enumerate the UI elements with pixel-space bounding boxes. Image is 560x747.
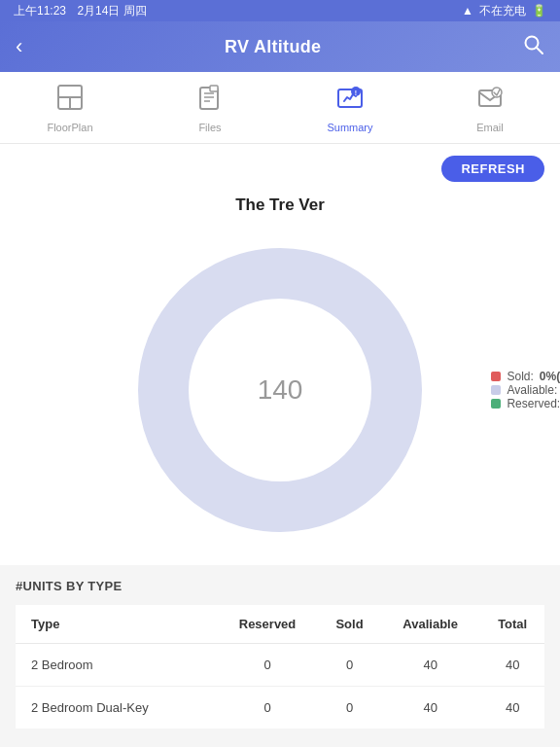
svg-rect-9 [210,86,218,91]
search-button[interactable] [523,34,544,60]
cell-sold: 0 [319,687,380,729]
back-button[interactable]: ‹ [16,34,22,59]
reserved-dot [491,399,501,409]
col-available: Avaliable [380,605,480,644]
refresh-row: REFRESH [0,144,560,186]
summary-label: Summary [327,122,372,133]
email-label: Email [476,122,504,133]
legend-reserved: Reserved: 0%(0) [491,397,560,410]
donut-chart: 140 [124,234,436,546]
legend-available-label: Avaliable: [507,383,557,397]
cell-sold: 0 [319,644,380,687]
header-title: RV Altitude [225,37,321,57]
cell-total: 40 [480,644,544,687]
cell-available: 40 [380,644,480,687]
units-section: #UNITS BY TYPE Type Reserved Sold Avalia… [0,565,560,729]
legend-available: Avaliable: 100%(140) [491,383,560,397]
cell-reserved: 0 [216,687,319,729]
tab-summary[interactable]: ! Summary [311,80,389,137]
cell-reserved: 0 [216,644,319,687]
header: ‹ RV Altitude [0,21,560,72]
legend-sold: Sold: 0%(0) [491,370,560,383]
available-dot [491,385,501,395]
nav-tabs: FloorPlan Files ! Summary [0,72,560,144]
units-table: Type Reserved Sold Avaliable Total 2 Bed… [16,605,544,729]
summary-icon: ! [336,84,364,118]
legend-reserved-label: Reserved: [507,397,560,410]
chart-title: The Tre Ver [235,196,325,215]
legend-sold-value: 0%(0) [540,370,560,383]
svg-text:!: ! [355,89,357,96]
col-reserved: Reserved [216,605,319,644]
tab-floorplan[interactable]: FloorPlan [31,80,109,137]
legend-sold-label: Sold: [507,370,533,383]
legend-panel: Sold: 0%(0) Avaliable: 100%(140) Reserve… [491,370,560,410]
table-row: 2 Bedroom 0 0 40 40 [16,644,544,687]
sold-dot [491,372,501,381]
col-total: Total [480,605,544,644]
battery-icon: 🔋 [532,4,546,18]
battery-label: 不在充电 [479,3,526,19]
files-label: Files [198,122,221,133]
status-icons: ▲ 不在充电 🔋 [462,3,546,19]
floorplan-label: FloorPlan [47,122,92,133]
cell-available: 40 [380,687,480,729]
cell-type: 2 Bedroom [16,644,216,687]
content-area: REFRESH The Tre Ver 140 Sold: 0%(0) [0,144,560,729]
units-title: #UNITS BY TYPE [16,579,544,593]
refresh-button[interactable]: REFRESH [441,156,544,182]
svg-line-1 [536,47,542,53]
tab-files[interactable]: Files [171,80,249,137]
email-icon [476,84,504,118]
floorplan-icon [56,84,84,118]
col-sold: Sold [319,605,380,644]
status-time: 上午11:23 2月14日 周四 [14,3,147,19]
cell-total: 40 [480,687,544,729]
donut-center-value: 140 [258,374,303,406]
wifi-icon: ▲ [462,4,473,18]
cell-type: 2 Bedroom Dual-Key [16,687,216,729]
status-bar: 上午11:23 2月14日 周四 ▲ 不在充电 🔋 [0,0,560,21]
files-icon [196,84,224,118]
tab-email[interactable]: Email [451,80,529,137]
table-row: 2 Bedroom Dual-Key 0 0 40 40 [16,687,544,729]
col-type: Type [16,605,216,644]
chart-section: The Tre Ver 140 Sold: 0%(0) Av [0,186,560,565]
